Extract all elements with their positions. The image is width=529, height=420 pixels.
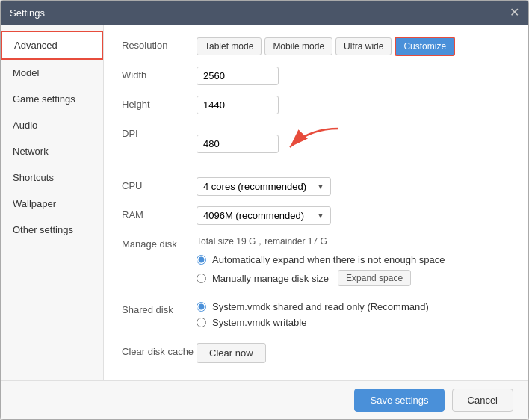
shared-writable-label: System.vmdk writable <box>212 317 306 328</box>
customize-button[interactable]: Customize <box>395 37 455 56</box>
manual-manage-label: Manually manage disk size <box>212 273 329 284</box>
width-input[interactable] <box>197 67 279 85</box>
shared-disk-label: Shared disk <box>122 301 197 315</box>
manual-manage-radio-row: Manually manage disk size Expand space <box>197 270 510 286</box>
ram-select[interactable]: 4096M (recommended) ▼ <box>197 206 331 225</box>
clear-cache-row: Clear disk cache Clear now <box>122 343 510 363</box>
sidebar: Advanced Model Game settings Audio Netwo… <box>1 25 104 380</box>
cpu-label: CPU <box>122 177 197 191</box>
shared-readonly-radio[interactable] <box>197 302 206 312</box>
sidebar-item-other-settings[interactable]: Other settings <box>1 217 103 243</box>
titlebar: Settings ✕ <box>1 1 528 25</box>
window-title: Settings <box>10 7 45 19</box>
ram-dropdown-icon: ▼ <box>317 211 324 220</box>
height-label: Height <box>122 96 197 110</box>
shared-readonly-label: System.vmdk shared and read only (Recomm… <box>212 301 429 312</box>
footer: Save settings Cancel <box>1 380 528 419</box>
dpi-row: DPI <box>122 125 510 162</box>
expand-space-button[interactable]: Expand space <box>338 270 411 286</box>
shared-disk-control: System.vmdk shared and read only (Recomm… <box>197 301 510 333</box>
manage-disk-control: Total size 19 G，remainder 17 G Automatic… <box>197 235 510 291</box>
height-input[interactable] <box>197 96 279 114</box>
ram-label: RAM <box>122 206 197 220</box>
width-control <box>197 67 510 85</box>
sidebar-item-wallpaper[interactable]: Wallpaper <box>1 191 103 217</box>
cpu-value: 4 cores (recommended) <box>203 181 306 192</box>
clear-cache-control: Clear now <box>197 343 510 363</box>
manage-disk-row: Manage disk Total size 19 G，remainder 17… <box>122 235 510 291</box>
sidebar-item-audio[interactable]: Audio <box>1 112 103 138</box>
disk-info: Total size 19 G，remainder 17 G <box>197 235 510 248</box>
mobile-mode-button[interactable]: Mobile mode <box>264 37 332 55</box>
tablet-mode-button[interactable]: Tablet mode <box>197 37 262 55</box>
cpu-dropdown-icon: ▼ <box>317 182 324 191</box>
settings-window: Settings ✕ Advanced Model Game settings … <box>0 0 529 420</box>
sidebar-item-advanced[interactable]: Advanced <box>1 31 103 60</box>
dpi-input[interactable] <box>197 135 279 153</box>
ram-row: RAM 4096M (recommended) ▼ <box>122 206 510 225</box>
cpu-control: 4 cores (recommended) ▼ <box>197 177 510 196</box>
ram-control: 4096M (recommended) ▼ <box>197 206 510 225</box>
sidebar-item-game-settings[interactable]: Game settings <box>1 86 103 112</box>
manage-disk-label: Manage disk <box>122 235 197 250</box>
clear-cache-label: Clear disk cache <box>122 343 197 357</box>
close-button[interactable]: ✕ <box>510 7 519 19</box>
cpu-row: CPU 4 cores (recommended) ▼ <box>122 177 510 196</box>
width-label: Width <box>122 67 197 81</box>
height-control <box>197 96 510 114</box>
manual-manage-radio[interactable] <box>197 274 206 283</box>
cancel-button[interactable]: Cancel <box>452 389 513 412</box>
clear-now-button[interactable]: Clear now <box>197 343 266 363</box>
dpi-control <box>197 125 510 162</box>
shared-writable-radio[interactable] <box>197 318 206 327</box>
sidebar-item-model[interactable]: Model <box>1 60 103 86</box>
auto-expand-radio-row: Automatically expand when there is not e… <box>197 254 510 265</box>
red-arrow-icon <box>286 125 346 162</box>
cpu-select[interactable]: 4 cores (recommended) ▼ <box>197 177 331 196</box>
sidebar-item-shortcuts[interactable]: Shortcuts <box>1 164 103 191</box>
resolution-label: Resolution <box>122 37 197 51</box>
save-settings-button[interactable]: Save settings <box>354 389 444 412</box>
shared-readonly-radio-row: System.vmdk shared and read only (Recomm… <box>197 301 510 312</box>
shared-writable-radio-row: System.vmdk writable <box>197 317 510 328</box>
resolution-controls: Tablet mode Mobile mode Ultra wide Custo… <box>197 37 510 56</box>
dpi-label: DPI <box>122 125 197 139</box>
sidebar-item-network[interactable]: Network <box>1 138 103 164</box>
auto-expand-label: Automatically expand when there is not e… <box>212 254 445 265</box>
shared-disk-row: Shared disk System.vmdk shared and read … <box>122 301 510 333</box>
height-row: Height <box>122 96 510 114</box>
ultra-wide-button[interactable]: Ultra wide <box>335 37 392 55</box>
resolution-row: Resolution Tablet mode Mobile mode Ultra… <box>122 37 510 56</box>
main-panel: Resolution Tablet mode Mobile mode Ultra… <box>104 25 528 380</box>
auto-expand-radio[interactable] <box>197 255 206 265</box>
width-row: Width <box>122 67 510 85</box>
main-content: Advanced Model Game settings Audio Netwo… <box>1 25 528 380</box>
ram-value: 4096M (recommended) <box>203 210 304 221</box>
